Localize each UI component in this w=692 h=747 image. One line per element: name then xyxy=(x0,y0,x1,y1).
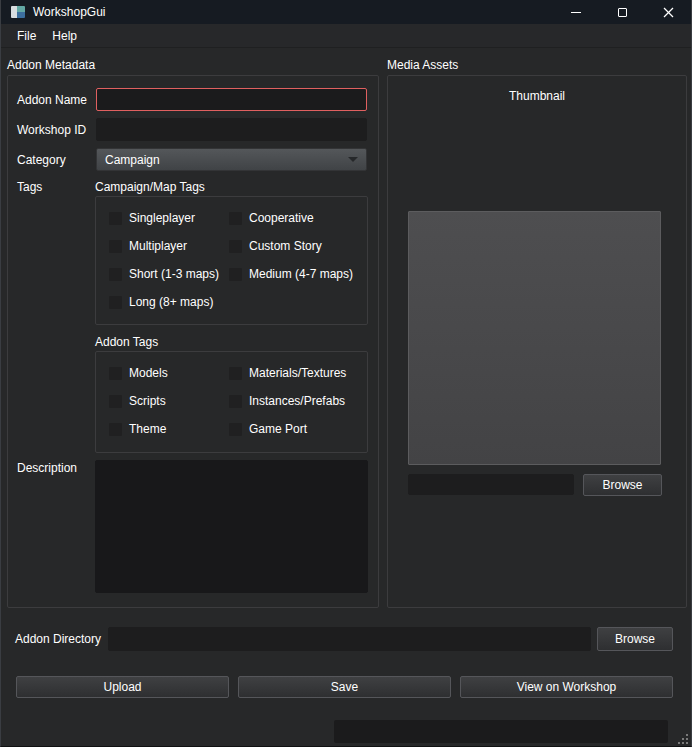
campaign-tags-group-title: Campaign/Map Tags xyxy=(95,180,205,194)
checkbox-label: Singleplayer xyxy=(129,211,195,225)
checkbox-label: Cooperative xyxy=(249,211,314,225)
title-bar: WorkshopGui xyxy=(1,0,691,24)
checkbox-scripts[interactable]: Scripts xyxy=(109,387,229,415)
chevron-down-icon xyxy=(348,157,358,162)
checkbox-box[interactable] xyxy=(229,268,242,281)
addon-name-label: Addon Name xyxy=(17,93,87,107)
checkbox-box[interactable] xyxy=(109,268,122,281)
checkbox-medium-maps[interactable]: Medium (4-7 maps) xyxy=(229,260,368,288)
checkbox-box[interactable] xyxy=(109,423,122,436)
checkbox-long-maps[interactable]: Long (8+ maps) xyxy=(109,288,229,316)
upload-button-label: Upload xyxy=(103,680,141,694)
addon-metadata-group-title: Addon Metadata xyxy=(7,58,95,72)
save-button-label: Save xyxy=(331,680,358,694)
checkbox-box[interactable] xyxy=(109,240,122,253)
checkbox-models[interactable]: Models xyxy=(109,359,229,387)
resize-grip-icon[interactable] xyxy=(676,732,688,744)
checkbox-cooperative[interactable]: Cooperative xyxy=(229,204,368,232)
checkbox-custom-story[interactable]: Custom Story xyxy=(229,232,368,260)
media-assets-group-title: Media Assets xyxy=(387,58,458,72)
checkbox-game-port[interactable]: Game Port xyxy=(229,415,368,443)
checkbox-box[interactable] xyxy=(109,367,122,380)
category-selected-value: Campaign xyxy=(105,153,160,167)
checkbox-box[interactable] xyxy=(229,240,242,253)
browse-button-label: Browse xyxy=(602,478,642,492)
menu-help[interactable]: Help xyxy=(44,26,85,46)
description-label: Description xyxy=(17,461,77,475)
upload-button[interactable]: Upload xyxy=(16,676,229,698)
checkbox-box[interactable] xyxy=(229,367,242,380)
checkbox-multiplayer[interactable]: Multiplayer xyxy=(109,232,229,260)
browse-button-label: Browse xyxy=(615,632,655,646)
close-button[interactable] xyxy=(645,0,691,24)
checkbox-label: Medium (4-7 maps) xyxy=(249,267,353,281)
view-on-workshop-button-label: View on Workshop xyxy=(517,680,617,694)
workshop-id-input[interactable] xyxy=(96,118,367,141)
addon-directory-label: Addon Directory xyxy=(15,632,101,646)
checkbox-theme[interactable]: Theme xyxy=(109,415,229,443)
addon-directory-input[interactable] xyxy=(108,627,591,651)
checkbox-box[interactable] xyxy=(109,296,122,309)
thumbnail-label: Thumbnail xyxy=(387,89,687,103)
window-title: WorkshopGui xyxy=(33,5,105,19)
workshop-id-label: Workshop ID xyxy=(17,123,86,137)
maximize-button[interactable] xyxy=(599,0,645,24)
checkbox-box[interactable] xyxy=(229,395,242,408)
minimize-button[interactable] xyxy=(553,0,599,24)
workshop-gui-window: WorkshopGui File Help Addon Metadata Add… xyxy=(0,0,692,747)
menu-bar: File Help xyxy=(1,24,691,48)
menu-file[interactable]: File xyxy=(9,26,44,46)
checkbox-label: Game Port xyxy=(249,422,307,436)
addon-name-input[interactable] xyxy=(96,88,367,111)
status-field xyxy=(334,720,668,743)
save-button[interactable]: Save xyxy=(238,676,451,698)
description-textarea[interactable] xyxy=(95,460,368,593)
checkbox-box[interactable] xyxy=(229,212,242,225)
checkbox-instances-prefabs[interactable]: Instances/Prefabs xyxy=(229,387,368,415)
checkbox-label: Scripts xyxy=(129,394,166,408)
view-on-workshop-button[interactable]: View on Workshop xyxy=(460,676,673,698)
addon-tags-checkbox-grid: Models Materials/Textures Scripts Instan… xyxy=(95,351,368,443)
checkbox-box[interactable] xyxy=(109,212,122,225)
checkbox-box[interactable] xyxy=(109,395,122,408)
close-icon xyxy=(663,7,674,18)
checkbox-short-maps[interactable]: Short (1-3 maps) xyxy=(109,260,229,288)
tags-label: Tags xyxy=(17,180,42,194)
checkbox-label: Long (8+ maps) xyxy=(129,295,213,309)
checkbox-label: Short (1-3 maps) xyxy=(129,267,219,281)
addon-directory-browse-button[interactable]: Browse xyxy=(597,627,673,651)
thumbnail-path-input[interactable] xyxy=(408,474,574,495)
addon-tags-group-title: Addon Tags xyxy=(95,335,158,349)
checkbox-materials-textures[interactable]: Materials/Textures xyxy=(229,359,368,387)
checkbox-label: Custom Story xyxy=(249,239,322,253)
checkbox-label: Instances/Prefabs xyxy=(249,394,345,408)
minimize-icon xyxy=(571,12,581,13)
checkbox-singleplayer[interactable]: Singleplayer xyxy=(109,204,229,232)
checkbox-label: Materials/Textures xyxy=(249,366,346,380)
thumbnail-preview xyxy=(408,211,661,465)
category-label: Category xyxy=(17,153,66,167)
checkbox-label: Models xyxy=(129,366,168,380)
campaign-tags-checkbox-grid: Singleplayer Cooperative Multiplayer Cus… xyxy=(95,196,368,316)
maximize-icon xyxy=(618,8,627,17)
checkbox-label: Theme xyxy=(129,422,166,436)
checkbox-box[interactable] xyxy=(229,423,242,436)
thumbnail-browse-button[interactable]: Browse xyxy=(583,474,662,496)
checkbox-label: Multiplayer xyxy=(129,239,187,253)
category-dropdown[interactable]: Campaign xyxy=(96,148,367,171)
window-controls xyxy=(553,0,691,24)
app-icon xyxy=(11,6,25,18)
